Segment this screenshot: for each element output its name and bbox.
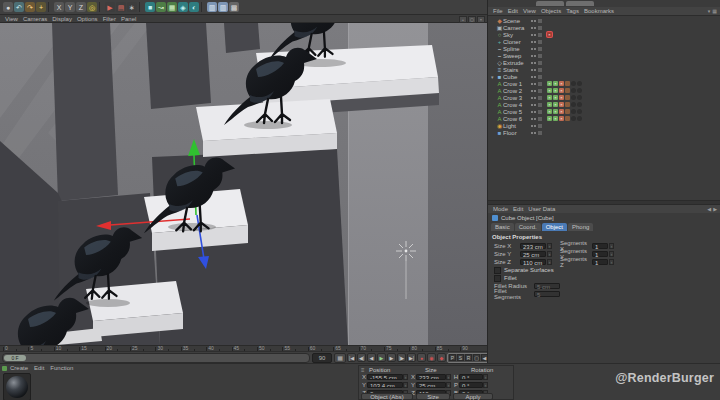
am-menu-user-data[interactable]: User Data xyxy=(528,206,555,212)
coord-value-field[interactable]: 25 cm xyxy=(416,382,446,388)
material-tag-icon[interactable] xyxy=(571,81,576,86)
render-visibility-dot[interactable] xyxy=(534,62,536,64)
viewport-controls[interactable]: +▢× xyxy=(459,16,485,23)
field-input[interactable]: 233 cm xyxy=(520,243,546,249)
record-toggle-2[interactable]: R xyxy=(465,354,472,361)
am-menu-edit[interactable]: Edit xyxy=(513,206,523,212)
end-frame-field[interactable]: 90 xyxy=(312,353,332,363)
render-visibility-dot[interactable] xyxy=(534,83,536,85)
material-menu-edit[interactable]: Edit xyxy=(34,365,44,371)
object-row-scene[interactable]: ◆Scene xyxy=(488,17,720,24)
checkbox[interactable] xyxy=(494,275,501,282)
material-tag-icon[interactable] xyxy=(565,102,570,107)
editor-visibility-dot[interactable] xyxy=(531,27,533,29)
object-row-crow-5[interactable]: ACrow 5××× xyxy=(488,108,720,115)
pose-tag-icon[interactable]: × xyxy=(547,95,552,100)
object-row-crow-3[interactable]: ACrow 3××× xyxy=(488,94,720,101)
object-row-sky[interactable]: ○Sky× xyxy=(488,31,720,38)
timeline-ruler[interactable]: 051015202530354045505560657075808590 xyxy=(0,345,487,352)
material-tag-icon[interactable] xyxy=(565,95,570,100)
pose-tag-icon[interactable]: × xyxy=(553,81,558,86)
field-input[interactable]: 1 xyxy=(592,259,608,265)
pose-tag-icon[interactable]: × xyxy=(553,88,558,93)
render-visibility-dot[interactable] xyxy=(534,27,536,29)
render-visibility-dot[interactable] xyxy=(534,104,536,106)
coord-value-field[interactable]: -155.5 cm xyxy=(367,374,403,380)
om-menu-edit[interactable]: Edit xyxy=(508,8,518,14)
render-visibility-dot[interactable] xyxy=(534,111,536,113)
layout-panel-icon[interactable]: ▥ xyxy=(218,2,228,12)
field-input[interactable]: 1 xyxy=(592,251,608,257)
visibility-dots[interactable] xyxy=(531,54,542,58)
pose-tag-icon[interactable]: × xyxy=(559,102,564,107)
editor-visibility-dot[interactable] xyxy=(531,48,533,50)
visibility-dots[interactable] xyxy=(531,26,542,30)
editor-visibility-dot[interactable] xyxy=(531,20,533,22)
pose-tag-icon[interactable]: × xyxy=(547,88,552,93)
render-visibility-dot[interactable] xyxy=(534,48,536,50)
undo-icon[interactable]: ↶ xyxy=(14,2,24,12)
material-tag-icon[interactable] xyxy=(565,81,570,86)
render-view-icon[interactable]: ▶ xyxy=(105,2,115,12)
material-tag-icon[interactable] xyxy=(571,102,576,107)
enable-toggle[interactable] xyxy=(538,117,542,121)
z-axis-lock-icon[interactable]: Z xyxy=(76,2,86,12)
object-row-light[interactable]: ◉Light xyxy=(488,122,720,129)
pose-tag-icon[interactable]: × xyxy=(559,116,564,121)
live-selection-icon[interactable]: ● xyxy=(3,2,13,12)
pose-tag-icon[interactable]: × xyxy=(559,81,564,86)
editor-visibility-dot[interactable] xyxy=(531,97,533,99)
add-cube-icon[interactable]: ■ xyxy=(145,2,155,12)
coord-value-field[interactable]: 233 cm xyxy=(416,374,446,380)
material-mode-icon[interactable] xyxy=(2,366,7,371)
coord-stepper[interactable]: ↕ xyxy=(403,374,408,380)
render-visibility-dot[interactable] xyxy=(534,118,536,120)
editor-visibility-dot[interactable] xyxy=(531,111,533,113)
enable-toggle[interactable] xyxy=(538,61,542,65)
material-tag-icon[interactable] xyxy=(577,102,582,107)
record-options-button[interactable]: ◆ xyxy=(437,353,446,362)
enable-toggle[interactable] xyxy=(538,103,542,107)
material-tag-icon[interactable] xyxy=(571,109,576,114)
render-visibility-dot[interactable] xyxy=(534,125,536,127)
enable-toggle[interactable] xyxy=(538,82,542,86)
enable-toggle[interactable] xyxy=(538,26,542,30)
editor-visibility-dot[interactable] xyxy=(531,62,533,64)
visibility-dots[interactable] xyxy=(531,68,542,72)
viewport-scene[interactable] xyxy=(0,23,487,345)
attribute-tab-basic[interactable]: Basic xyxy=(491,223,514,231)
viewport-menu-cameras[interactable]: Cameras xyxy=(23,16,47,22)
timeline-options-button[interactable]: ▦ xyxy=(334,353,346,363)
visibility-dots[interactable] xyxy=(531,61,542,65)
field-input[interactable]: 110 cm xyxy=(520,259,546,265)
editor-visibility-dot[interactable] xyxy=(531,118,533,120)
object-row-crow-4[interactable]: ACrow 4××× xyxy=(488,101,720,108)
viewport-menu-filter[interactable]: Filter xyxy=(103,16,116,22)
render-visibility-dot[interactable] xyxy=(534,55,536,57)
material-tag-icon[interactable] xyxy=(571,95,576,100)
pose-tag-icon[interactable]: × xyxy=(559,88,564,93)
editor-visibility-dot[interactable] xyxy=(531,104,533,106)
volume-icon[interactable]: ◐ xyxy=(189,2,199,12)
material-thumbnail[interactable] xyxy=(3,373,31,400)
visibility-dots[interactable] xyxy=(531,117,542,121)
coord-size-dropdown[interactable]: Size xyxy=(416,393,450,400)
editor-visibility-dot[interactable] xyxy=(531,83,533,85)
coord-stepper[interactable]: ↕ xyxy=(446,374,451,380)
om-menu-objects[interactable]: Objects xyxy=(541,8,561,14)
material-tag-icon[interactable] xyxy=(577,88,582,93)
material-tag-icon[interactable] xyxy=(577,109,582,114)
next-key-button[interactable]: |▶ xyxy=(397,353,406,362)
attribute-tab-coord-[interactable]: Coord. xyxy=(515,223,541,231)
om-corner-icon[interactable]: ▦ xyxy=(712,8,717,14)
material-menu-create[interactable]: Create xyxy=(10,365,28,371)
object-row-cube[interactable]: ▾■Cube xyxy=(488,73,720,80)
pose-tag-icon[interactable]: × xyxy=(553,116,558,121)
go-to-end-button[interactable]: ▶| xyxy=(407,353,416,362)
viewport-menu-panel[interactable]: Panel xyxy=(121,16,136,22)
enable-toggle[interactable] xyxy=(538,131,542,135)
enable-toggle[interactable] xyxy=(538,19,542,23)
visibility-dots[interactable] xyxy=(531,40,542,44)
pose-tag-icon[interactable]: × xyxy=(547,81,552,86)
visibility-dots[interactable] xyxy=(531,110,542,114)
